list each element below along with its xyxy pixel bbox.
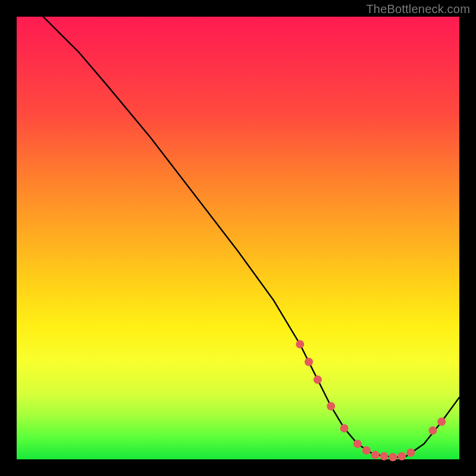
marker-dot [327, 402, 335, 411]
marker-dot [362, 446, 371, 455]
marker-dot [389, 453, 397, 461]
marker-group [296, 340, 446, 462]
marker-dot [380, 452, 389, 461]
watermark-text: TheBottleneck.com [366, 2, 470, 16]
marker-dot [428, 427, 437, 435]
marker-dot [437, 418, 446, 426]
marker-dot [296, 340, 304, 349]
marker-dot [305, 358, 313, 366]
marker-dot [397, 452, 406, 461]
marker-dot [340, 424, 349, 433]
marker-dot [371, 451, 380, 459]
marker-dot [353, 440, 362, 448]
plot-area [17, 17, 459, 459]
curve-svg [17, 17, 459, 459]
chart-frame: TheBottleneck.com [0, 0, 476, 476]
marker-dot [406, 449, 415, 457]
marker-dot [314, 375, 322, 384]
bottleneck-curve [43, 17, 459, 457]
